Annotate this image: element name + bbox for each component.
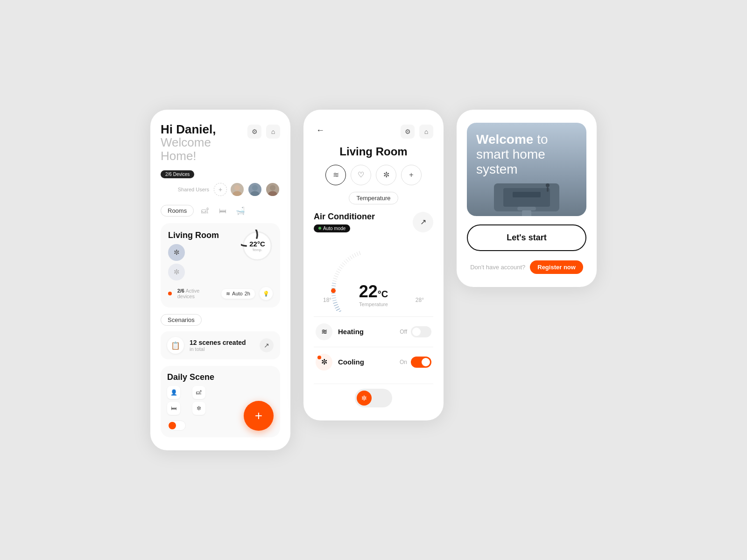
tab-snow[interactable]: ✼ (376, 165, 396, 185)
heating-row: ≋ Heating Off (314, 316, 433, 347)
s2-gear-icon[interactable]: ⚙ (401, 125, 415, 139)
welcome-text-area: Welcome tosmart homesystem (476, 132, 548, 177)
cooling-status: On (400, 359, 407, 365)
snowflake-icon[interactable]: ✼ (168, 264, 185, 280)
svg-rect-52 (517, 207, 536, 210)
cooling-toggle[interactable] (411, 357, 431, 368)
heating-status: Off (400, 329, 407, 335)
heating-label: Heating (338, 328, 364, 336)
temp-dial: 22°C Temp. (241, 230, 274, 262)
scenes-title: 12 scenes created (190, 339, 246, 346)
expand-button[interactable]: ↗ (413, 212, 433, 232)
ac-row: Air Conditioner Auto mode ↗ (314, 212, 433, 232)
svg-line-36 (338, 269, 341, 271)
dial-temp-label: Temperature (359, 301, 388, 307)
s1-header: Hi Daniel, Welcome Home! ⚙ ⌂ (161, 123, 280, 163)
auto-pill-wrapper: ≋ Auto 2h (221, 289, 255, 299)
avatar-1 (230, 182, 245, 197)
svg-line-43 (350, 256, 352, 259)
heating-icon: ≋ (316, 323, 332, 340)
svg-point-0 (234, 185, 240, 190)
scenarios-tab[interactable]: Scenarios (161, 314, 202, 326)
add-user-button[interactable]: + (214, 183, 227, 196)
tab-heart[interactable]: ♡ (351, 165, 371, 185)
svg-line-47 (359, 251, 360, 255)
home-icon[interactable]: ⌂ (266, 125, 280, 139)
register-button[interactable]: Register now (530, 260, 583, 274)
sofa-icon[interactable]: 🛋 (198, 204, 211, 217)
ac-info: Air Conditioner Auto mode (314, 212, 375, 232)
add-fab-button[interactable]: + (244, 401, 274, 431)
svg-line-31 (333, 280, 337, 281)
auto-wind-icon: ≋ (226, 291, 230, 297)
rooms-nav: Rooms 🛋 🛏 🛁 (161, 204, 280, 217)
tab-wind[interactable]: ≋ (325, 165, 346, 185)
svg-rect-55 (547, 187, 549, 192)
daily-scene-content: Daily Scene 👤 🛋 🛏 ✼ (167, 372, 214, 431)
bath-icon[interactable]: 🛁 (234, 204, 247, 217)
svg-line-29 (332, 286, 336, 286)
scenes-info: 📋 12 scenes created in total (167, 337, 246, 354)
svg-line-21 (334, 304, 338, 306)
svg-point-5 (268, 191, 277, 196)
room-bottom: 2/6 Active devices ≋ Auto 2h 💡 (168, 287, 273, 300)
no-account-text: Don't have account? (470, 264, 525, 271)
phone-screen-1: Hi Daniel, Welcome Home! ⚙ ⌂ 2/6 Devices… (150, 110, 290, 450)
temp-value: 22°C (249, 240, 265, 248)
svg-line-25 (332, 295, 336, 296)
ac-title: Air Conditioner (314, 212, 375, 222)
auto-mode-badge: Auto mode (314, 224, 350, 232)
daily-scene-wrapper: Daily Scene 👤 🛋 🛏 ✼ + (161, 366, 280, 437)
cooling-label: Cooling (338, 358, 364, 366)
rooms-tab[interactable]: Rooms (161, 205, 194, 217)
greeting-bold: Hi Daniel, (161, 123, 247, 136)
svg-point-2 (252, 185, 258, 190)
scene-icon-tv: 🛋 (192, 386, 205, 399)
svg-rect-51 (513, 192, 541, 197)
cooling-toggle-row: On (400, 357, 431, 368)
temperature-tab[interactable]: Temperature (349, 192, 399, 204)
back-button[interactable]: ← (314, 124, 327, 137)
s2-bottom-bar: ✼ (314, 384, 433, 407)
light-icon[interactable]: 💡 (260, 287, 273, 300)
room-card: Living Room ✼ ✼ 22°C Temp. (161, 223, 280, 308)
svg-line-30 (332, 283, 336, 283)
svg-line-18 (338, 311, 341, 312)
toggle-dot (169, 422, 176, 429)
cool-toggle-icon: ✼ (357, 391, 372, 406)
dial-min: 18° (323, 297, 331, 303)
scenes-expand-button[interactable]: ↗ (260, 338, 274, 352)
heating-left: ≋ Heating (316, 323, 364, 340)
start-button[interactable]: Let's start (467, 224, 586, 251)
auto-mode-pill[interactable]: ≋ Auto 2h (221, 289, 255, 299)
svg-line-19 (337, 308, 340, 310)
heating-toggle[interactable] (411, 326, 431, 337)
svg-line-39 (342, 263, 345, 265)
s3-bottom: Don't have account? Register now (467, 260, 586, 274)
svg-line-24 (332, 298, 336, 298)
svg-line-37 (339, 266, 342, 269)
shared-users-label: Shared Users (178, 187, 209, 192)
fan-icon[interactable]: ✼ (168, 244, 185, 261)
svg-line-46 (357, 252, 358, 255)
svg-line-44 (352, 254, 354, 258)
svg-line-35 (337, 271, 340, 273)
svg-line-32 (333, 278, 337, 279)
s2-home-icon[interactable]: ⌂ (419, 125, 433, 139)
scene-icon-couch: 🛏 (167, 402, 180, 415)
phone-screen-3: Welcome tosmart homesystem Let's start (457, 110, 597, 287)
dot-indicator (318, 227, 321, 230)
building-illustration (475, 174, 578, 216)
svg-line-23 (333, 300, 337, 301)
svg-point-48 (331, 288, 336, 293)
hero-image: Welcome tosmart homesystem (467, 123, 586, 216)
temperature-dial: /* ticks drawn below */ 18° 28° 22°C Tem… (314, 237, 433, 312)
gear-icon[interactable]: ⚙ (247, 125, 261, 139)
cool-toggle-pill[interactable]: ✼ (355, 389, 392, 407)
daily-scene-toggle[interactable] (167, 420, 186, 431)
auto-label: Auto (232, 291, 243, 296)
bed-icon[interactable]: 🛏 (216, 204, 229, 217)
screens-container: Hi Daniel, Welcome Home! ⚙ ⌂ 2/6 Devices… (150, 110, 597, 450)
svg-line-22 (333, 302, 337, 303)
tab-plus[interactable]: + (401, 165, 422, 185)
